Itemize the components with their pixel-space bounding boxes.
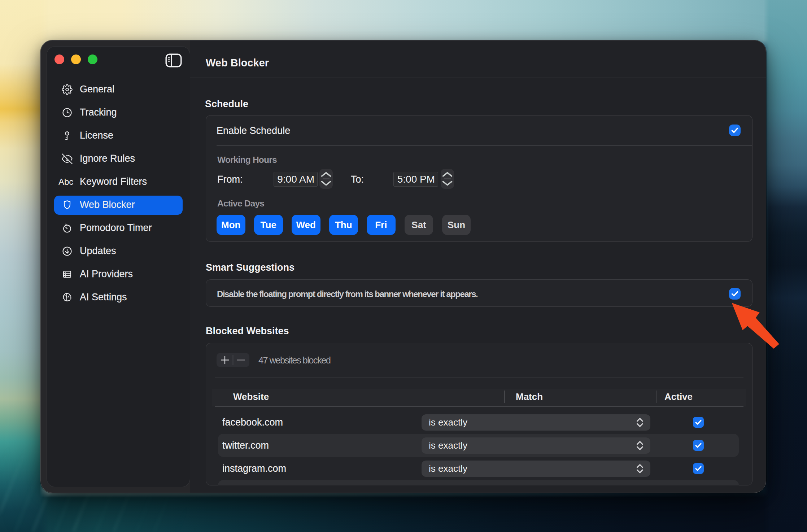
svg-text:Abc: Abc	[58, 177, 73, 187]
